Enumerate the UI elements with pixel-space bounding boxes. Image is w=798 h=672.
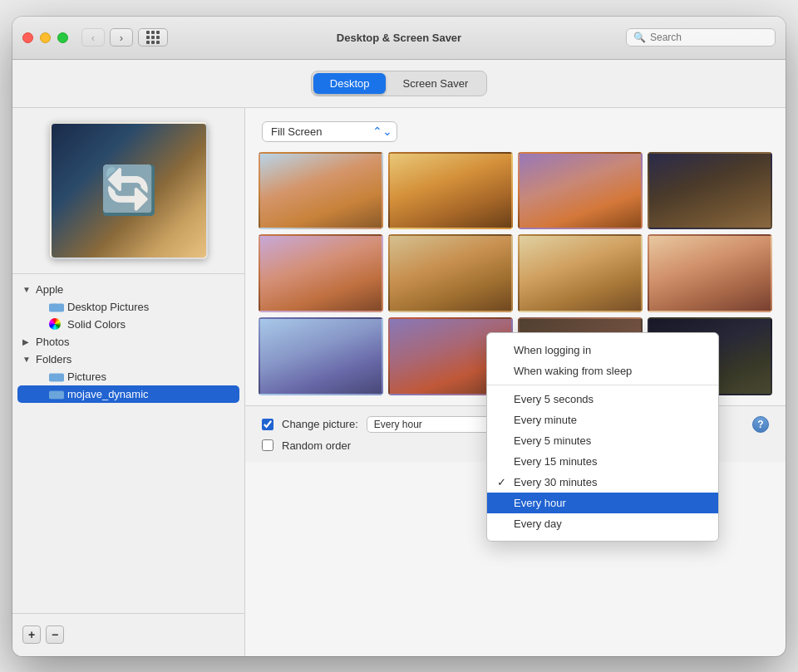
search-box[interactable]: 🔍	[626, 28, 776, 47]
svg-rect-3	[49, 374, 64, 381]
dropdown-item-login[interactable]: When logging in	[487, 340, 718, 361]
preview-area: 🔄	[12, 108, 244, 274]
source-list: ▼ Apple Desktop Pictures Solid Colors	[12, 274, 244, 613]
dropdown-item-login-label: When logging in	[514, 344, 591, 356]
dropdown-item-5sec[interactable]: Every 5 seconds	[487, 389, 718, 410]
folder-icon	[49, 370, 64, 382]
preview-icon: 🔄	[100, 163, 158, 218]
sidebar-item-apple[interactable]: ▼ Apple	[12, 281, 244, 298]
search-input[interactable]	[650, 32, 768, 43]
sidebar-solid-colors-label: Solid Colors	[67, 318, 126, 331]
grid-dot	[156, 36, 160, 39]
back-button[interactable]: ‹	[81, 28, 105, 47]
dropdown-item-1day-label: Every day	[514, 517, 562, 530]
arrow-icon: ▶	[22, 337, 32, 346]
grid-dot	[151, 36, 155, 39]
main-window: ‹ › Desktop & Screen Saver 🔍	[12, 17, 786, 656]
main-panel: Fill Screen Fit to Screen Stretch to Fil…	[245, 108, 786, 656]
svg-rect-1	[49, 304, 64, 311]
random-order-checkbox[interactable]	[262, 439, 273, 451]
sidebar-pictures-label: Pictures	[67, 370, 106, 383]
wallpaper-thumb[interactable]	[648, 234, 772, 312]
arrow-icon: ▼	[22, 355, 32, 364]
sidebar-item-pictures[interactable]: Pictures	[12, 368, 244, 385]
toolbar: Desktop Screen Saver	[12, 60, 786, 108]
wallpaper-thumb[interactable]	[259, 317, 383, 395]
random-order-label: Random order	[282, 439, 351, 452]
add-folder-button[interactable]: +	[22, 625, 41, 644]
sidebar-item-apple-label: Apple	[36, 283, 63, 296]
dropdown-item-30min-label: Every 30 minutes	[514, 476, 597, 488]
forward-icon: ›	[120, 32, 123, 44]
forward-button[interactable]: ›	[110, 28, 133, 47]
dropdown-item-1hour[interactable]: Every hour	[487, 493, 718, 513]
fill-screen-row: Fill Screen Fit to Screen Stretch to Fil…	[245, 108, 786, 152]
dropdown-section-1: When logging in When waking from sleep	[487, 336, 718, 385]
minimize-button[interactable]	[40, 32, 51, 43]
dropdown-item-1min-label: Every minute	[514, 414, 577, 426]
help-button[interactable]: ?	[752, 416, 769, 433]
dropdown-item-30min[interactable]: ✓ Every 30 minutes	[487, 472, 718, 493]
back-icon: ‹	[91, 32, 95, 44]
grid-dot	[156, 41, 160, 44]
screen-saver-tab[interactable]: Screen Saver	[386, 73, 485, 94]
wallpaper-thumb[interactable]	[259, 234, 383, 312]
svg-rect-5	[49, 391, 64, 399]
window-title: Desktop & Screen Saver	[337, 32, 461, 44]
dropdown-item-wake[interactable]: When waking from sleep	[487, 361, 718, 381]
titlebar: ‹ › Desktop & Screen Saver 🔍	[12, 17, 786, 60]
grid-dot	[151, 31, 155, 34]
search-icon: 🔍	[633, 32, 646, 43]
dropdown-item-5min-label: Every 5 minutes	[514, 434, 591, 447]
sidebar-photos-label: Photos	[36, 336, 69, 348]
sidebar-item-desktop-pictures[interactable]: Desktop Pictures	[12, 298, 244, 316]
dropdown-item-wake-label: When waking from sleep	[514, 365, 632, 377]
dropdown-item-5min[interactable]: Every 5 minutes	[487, 430, 718, 451]
sidebar-item-photos[interactable]: ▶ Photos	[12, 333, 244, 351]
interval-select-wrapper: When logging in When waking from sleep E…	[367, 416, 505, 433]
wallpaper-thumb[interactable]	[518, 234, 643, 312]
change-picture-checkbox[interactable]	[262, 419, 273, 430]
folder-icon	[49, 301, 64, 312]
wallpaper-preview: 🔄	[50, 122, 208, 259]
close-button[interactable]	[22, 32, 33, 43]
sidebar-mojave-label: mojave_dynamic	[67, 388, 149, 400]
wallpaper-thumb[interactable]	[518, 152, 643, 230]
color-sphere-icon	[49, 318, 61, 330]
grid-dot	[156, 31, 160, 34]
change-picture-label: Change picture:	[282, 418, 358, 430]
wallpaper-thumb[interactable]	[648, 152, 772, 230]
wallpaper-thumb[interactable]	[259, 152, 383, 230]
arrow-icon: ▼	[22, 285, 32, 294]
wallpaper-thumb[interactable]	[388, 152, 513, 230]
grid-dot	[146, 31, 150, 34]
remove-folder-button[interactable]: −	[46, 625, 64, 644]
sidebar-folders-label: Folders	[36, 353, 71, 365]
grid-dot	[151, 41, 155, 44]
sidebar-bottom: + −	[12, 613, 244, 656]
sidebar-item-folders[interactable]: ▼ Folders	[12, 351, 244, 368]
maximize-button[interactable]	[57, 32, 68, 43]
segmented-control: Desktop Screen Saver	[311, 71, 487, 96]
sidebar-item-mojave-dynamic[interactable]: mojave_dynamic	[17, 385, 239, 403]
dropdown-item-1hour-label: Every hour	[514, 497, 566, 509]
grid-view-button[interactable]	[138, 28, 168, 47]
folder-icon	[49, 388, 64, 400]
interval-select[interactable]: When logging in When waking from sleep E…	[367, 416, 505, 433]
sidebar-item-solid-colors[interactable]: Solid Colors	[12, 316, 244, 333]
desktop-tab[interactable]: Desktop	[313, 73, 387, 94]
fill-screen-wrapper: Fill Screen Fit to Screen Stretch to Fil…	[262, 121, 397, 142]
wallpaper-thumb[interactable]	[388, 234, 513, 312]
sidebar: 🔄 ▼ Apple Desktop Pictures	[12, 108, 245, 656]
grid-dot	[146, 41, 150, 44]
interval-dropdown: When logging in When waking from sleep E…	[486, 332, 719, 542]
grid-dot	[146, 36, 150, 39]
dropdown-item-1day[interactable]: Every day	[487, 513, 718, 534]
dropdown-item-15min[interactable]: Every 15 minutes	[487, 451, 718, 472]
traffic-lights	[22, 32, 68, 43]
fill-screen-select[interactable]: Fill Screen Fit to Screen Stretch to Fil…	[262, 121, 397, 142]
checkmark-icon: ✓	[497, 476, 506, 488]
grid-icon	[146, 31, 160, 44]
dropdown-item-15min-label: Every 15 minutes	[514, 455, 597, 468]
dropdown-item-1min[interactable]: Every minute	[487, 410, 718, 430]
